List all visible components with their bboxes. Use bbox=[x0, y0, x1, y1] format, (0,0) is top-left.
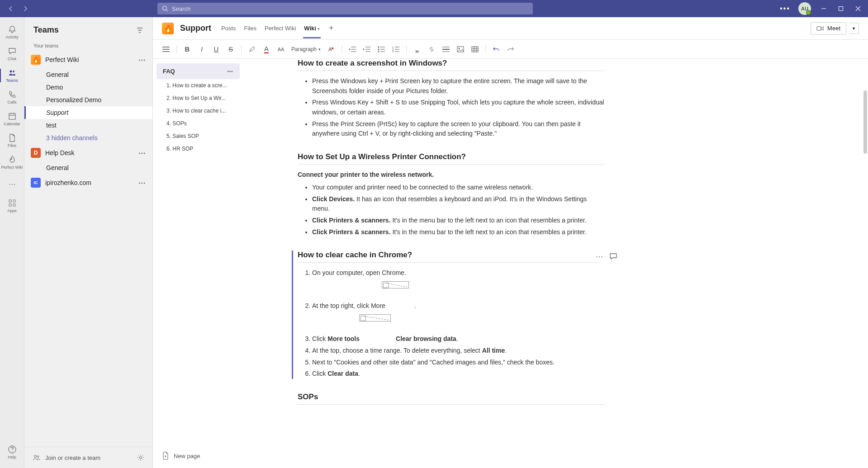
underline-button[interactable]: U bbox=[212, 45, 220, 53]
channel-test[interactable]: test bbox=[24, 119, 152, 132]
tab-files[interactable]: Files bbox=[243, 19, 257, 38]
chat-icon bbox=[8, 47, 17, 56]
rail-apps[interactable]: Apps bbox=[0, 195, 24, 216]
scroll-thumb[interactable] bbox=[863, 90, 867, 154]
font-color-button[interactable]: A bbox=[262, 45, 270, 53]
gear-icon[interactable] bbox=[137, 454, 144, 461]
channel-support[interactable]: Support bbox=[24, 106, 152, 119]
close-button[interactable] bbox=[854, 4, 863, 13]
meet-dropdown[interactable]: ▾ bbox=[849, 23, 859, 34]
phone-icon bbox=[8, 90, 17, 99]
filter-icon[interactable] bbox=[136, 27, 143, 34]
rail-help[interactable]: Help bbox=[0, 442, 24, 463]
more-icon: ⋯ bbox=[9, 180, 16, 189]
outdent-button[interactable] bbox=[348, 46, 356, 52]
bold-button[interactable]: B bbox=[183, 45, 191, 53]
quote-button[interactable]: „ bbox=[413, 44, 421, 54]
team-more-icon[interactable]: ⋯ bbox=[138, 56, 146, 64]
svg-rect-19 bbox=[817, 27, 821, 30]
rail-calendar[interactable]: Calendar bbox=[0, 109, 24, 129]
section-heading: SOPs bbox=[298, 392, 605, 405]
comment-icon[interactable] bbox=[609, 252, 617, 261]
add-tab-button[interactable]: + bbox=[329, 24, 334, 33]
section-chrome-cache: ⋯ How to clear cache in Chrome? On your … bbox=[292, 251, 599, 379]
undo-button[interactable] bbox=[492, 46, 500, 53]
scrollbar[interactable] bbox=[863, 59, 868, 468]
channel-demo[interactable]: Demo bbox=[24, 81, 152, 94]
outline-item[interactable]: 1. How to create a scre... bbox=[157, 79, 240, 92]
list-item: Click Clear data. bbox=[312, 369, 599, 379]
svg-point-18 bbox=[140, 457, 142, 459]
strike-button[interactable]: S bbox=[227, 45, 235, 53]
meet-button[interactable]: Meet bbox=[811, 22, 846, 35]
team-help-desk[interactable]: D Help Desk ⋯ bbox=[24, 144, 152, 161]
file-icon bbox=[8, 133, 17, 142]
search-placeholder: Search bbox=[172, 5, 190, 12]
highlight-button[interactable] bbox=[248, 46, 256, 53]
clear-format-button[interactable]: A bbox=[327, 46, 335, 53]
team-more-icon[interactable]: ⋯ bbox=[138, 149, 146, 157]
svg-point-46 bbox=[459, 47, 460, 49]
tab-wiki[interactable]: Wiki▾ bbox=[303, 19, 321, 38]
paragraph-dropdown[interactable]: Paragraph ▾ bbox=[291, 46, 321, 52]
menu-icon[interactable] bbox=[162, 46, 170, 52]
team-ipirozhenko[interactable]: IC ipirozhenko.com ⋯ bbox=[24, 174, 152, 191]
rail-activity[interactable]: Activity bbox=[0, 22, 24, 43]
channel-general[interactable]: General bbox=[24, 68, 152, 81]
channel-general[interactable]: General bbox=[24, 161, 152, 174]
redo-button[interactable] bbox=[507, 46, 515, 53]
user-avatar[interactable]: AU bbox=[798, 2, 811, 15]
document-editor[interactable]: How to create a screenshot in Windows? P… bbox=[243, 59, 868, 468]
rail-teams[interactable]: Teams bbox=[0, 65, 24, 86]
svg-point-16 bbox=[34, 455, 37, 458]
rail-files[interactable]: Files bbox=[0, 130, 24, 151]
table-button[interactable] bbox=[471, 46, 479, 52]
outline-item[interactable]: 4. SOPs bbox=[157, 117, 240, 130]
page-plus-icon bbox=[162, 452, 169, 460]
outline-item[interactable]: 6. HR SOP bbox=[157, 142, 240, 155]
italic-button[interactable]: I bbox=[198, 45, 206, 53]
list-item: Click Printers & scanners. It's in the m… bbox=[312, 216, 605, 226]
rail-more[interactable]: ⋯ bbox=[0, 174, 24, 194]
minimize-button[interactable] bbox=[819, 4, 828, 13]
new-page-button[interactable]: New page bbox=[157, 448, 206, 463]
indent-button[interactable] bbox=[363, 46, 371, 52]
more-icon[interactable]: ⋯ bbox=[596, 252, 603, 261]
broken-image-icon bbox=[359, 314, 391, 321]
back-button[interactable] bbox=[5, 3, 16, 14]
rail-perfect-wiki[interactable]: Perfect Wiki bbox=[0, 152, 24, 173]
tab-perfect-wiki[interactable]: Perfect Wiki bbox=[264, 19, 297, 38]
rail-calls[interactable]: Calls bbox=[0, 87, 24, 108]
svg-rect-47 bbox=[472, 47, 478, 52]
search-input[interactable]: Search bbox=[157, 3, 533, 14]
font-size-button[interactable]: AA bbox=[277, 47, 285, 52]
rail-chat[interactable]: Chat bbox=[0, 43, 24, 64]
outline-item[interactable]: 5. Sales SOP bbox=[157, 130, 240, 142]
outline-item[interactable]: 2. How to Set Up a Wir... bbox=[157, 92, 240, 104]
svg-point-5 bbox=[13, 71, 14, 72]
list-item: Next to "Cookies and other site data" an… bbox=[312, 358, 599, 368]
list-item: On your computer, open Chrome. bbox=[312, 268, 599, 299]
channel-personalized-demo[interactable]: Personalized Demo bbox=[24, 94, 152, 106]
outline-item[interactable]: 3. How to clear cache i... bbox=[157, 104, 240, 117]
team-perfect-wiki[interactable]: 🔥 Perfect Wiki ⋯ bbox=[24, 51, 152, 68]
bullet-list-button[interactable] bbox=[377, 46, 385, 52]
maximize-button[interactable] bbox=[836, 4, 845, 13]
more-icon[interactable]: ••• bbox=[780, 5, 790, 13]
svg-point-15 bbox=[12, 451, 13, 452]
outline-title-row[interactable]: FAQ ⋯ bbox=[157, 63, 240, 79]
join-team-button[interactable]: Join or create a team bbox=[45, 454, 100, 461]
image-button[interactable] bbox=[456, 46, 465, 52]
list-item: Press the Windows key + Print Screen key… bbox=[312, 76, 605, 96]
hr-button[interactable] bbox=[442, 46, 450, 52]
bell-icon bbox=[8, 25, 17, 34]
section-heading: How to create a screenshot in Windows? bbox=[298, 59, 605, 71]
link-button[interactable] bbox=[427, 46, 436, 53]
tab-posts[interactable]: Posts bbox=[220, 19, 237, 38]
hidden-channels-link[interactable]: 3 hidden channels bbox=[24, 132, 152, 144]
svg-point-0 bbox=[163, 6, 167, 10]
number-list-button[interactable]: 123 bbox=[392, 46, 400, 52]
team-more-icon[interactable]: ⋯ bbox=[138, 179, 146, 187]
more-icon[interactable]: ⋯ bbox=[227, 68, 233, 75]
forward-button[interactable] bbox=[20, 3, 31, 14]
